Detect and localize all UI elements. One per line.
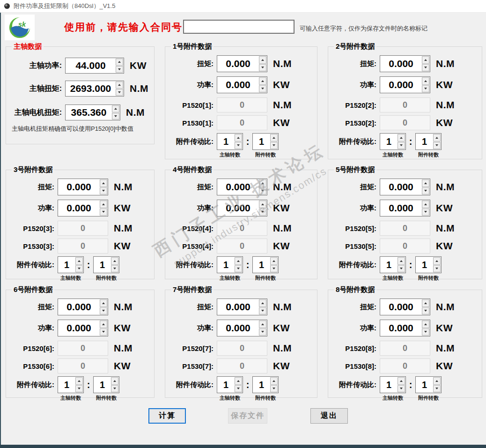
spin-up-button[interactable] <box>422 299 429 307</box>
spin-up-button[interactable] <box>270 134 278 142</box>
spin-up-button[interactable] <box>433 134 441 142</box>
spin-down-button[interactable] <box>100 209 107 216</box>
accessory-turns-input[interactable]: 1 <box>253 134 270 149</box>
spindle-turns-input[interactable]: 1 <box>381 134 397 149</box>
spin-up-button[interactable] <box>398 257 405 265</box>
spin-up-button[interactable] <box>259 56 266 64</box>
spin-down-button[interactable] <box>112 113 119 120</box>
spindle-turns-input[interactable]: 1 <box>59 257 75 272</box>
spin-up-button[interactable] <box>422 201 429 208</box>
spindle-turns-input[interactable]: 1 <box>59 377 75 392</box>
spin-up-button[interactable] <box>259 179 266 187</box>
spin-down-button[interactable] <box>259 307 266 315</box>
accessory-turns-input[interactable]: 1 <box>253 257 270 272</box>
spin-down-button[interactable] <box>116 89 123 96</box>
contract-number-input[interactable] <box>183 20 295 34</box>
spin-down-button[interactable] <box>433 265 441 273</box>
spin-down-button[interactable] <box>422 209 429 216</box>
spin-down-button[interactable] <box>259 64 266 72</box>
torque-input[interactable]: 0.000 <box>218 179 258 194</box>
power-input[interactable]: 0.000 <box>381 201 421 216</box>
spindle-turns-input[interactable]: 1 <box>381 257 397 272</box>
exit-button[interactable]: 退出 <box>310 408 348 424</box>
spin-down-button[interactable] <box>259 187 266 195</box>
power-input[interactable]: 0.000 <box>218 201 258 216</box>
accessory-turns-input[interactable]: 1 <box>416 257 433 272</box>
spin-down-button[interactable] <box>75 385 83 393</box>
spin-up-button[interactable] <box>116 59 123 66</box>
spindle-turns-input[interactable]: 1 <box>218 134 234 149</box>
spin-up-button[interactable] <box>259 77 266 85</box>
spin-down-button[interactable] <box>433 385 441 393</box>
spin-down-button[interactable] <box>235 142 242 149</box>
spin-up-button[interactable] <box>422 56 429 64</box>
spin-up-button[interactable] <box>116 82 123 89</box>
spin-up-button[interactable] <box>398 134 405 142</box>
spin-down-button[interactable] <box>398 142 405 149</box>
spin-up-button[interactable] <box>433 377 441 385</box>
spin-down-button[interactable] <box>422 85 429 93</box>
spin-up-button[interactable] <box>259 321 266 328</box>
spin-up-button[interactable] <box>100 201 107 208</box>
spin-up-button[interactable] <box>270 377 278 385</box>
spin-up-button[interactable] <box>270 257 278 265</box>
spin-down-button[interactable] <box>433 142 441 149</box>
accessory-turns-input[interactable]: 1 <box>94 377 110 392</box>
spin-up-button[interactable] <box>111 257 118 265</box>
power-input[interactable]: 0.000 <box>381 77 421 92</box>
torque-input[interactable]: 0.000 <box>381 56 421 71</box>
torque-input[interactable]: 0.000 <box>381 179 421 194</box>
spin-up-button[interactable] <box>100 321 107 328</box>
accessory-turns-input[interactable]: 1 <box>416 377 433 392</box>
spin-up-button[interactable] <box>422 321 429 328</box>
spin-down-button[interactable] <box>100 187 107 195</box>
spindle-turns-input[interactable]: 1 <box>218 257 234 272</box>
spin-down-button[interactable] <box>111 385 118 393</box>
torque-input[interactable]: 0.000 <box>218 56 258 71</box>
torque-input[interactable]: 0.000 <box>381 299 421 314</box>
spin-down-button[interactable] <box>422 64 429 72</box>
spin-down-button[interactable] <box>235 385 242 393</box>
spin-up-button[interactable] <box>235 257 242 265</box>
spin-up-button[interactable] <box>398 377 405 385</box>
power-input[interactable]: 0.000 <box>381 321 421 336</box>
spin-down-button[interactable] <box>422 187 429 195</box>
spin-down-button[interactable] <box>116 66 123 73</box>
spin-down-button[interactable] <box>111 265 118 273</box>
spin-down-button[interactable] <box>398 265 405 273</box>
power-input[interactable]: 0.000 <box>59 321 99 336</box>
spin-down-button[interactable] <box>259 329 266 336</box>
spin-down-button[interactable] <box>100 329 107 336</box>
spindle-torque-input[interactable]: 2693.000 <box>66 82 115 96</box>
torque-input[interactable]: 0.000 <box>59 179 99 194</box>
spin-up-button[interactable] <box>433 257 441 265</box>
spin-down-button[interactable] <box>398 385 405 393</box>
save-file-button[interactable]: 保存文件 <box>228 408 267 424</box>
spin-down-button[interactable] <box>270 385 278 393</box>
spin-up-button[interactable] <box>100 179 107 187</box>
power-input[interactable]: 0.000 <box>218 77 258 92</box>
spin-down-button[interactable] <box>422 307 429 315</box>
spin-up-button[interactable] <box>111 377 118 385</box>
spin-up-button[interactable] <box>100 299 107 307</box>
spin-up-button[interactable] <box>259 201 266 208</box>
spin-up-button[interactable] <box>112 105 119 112</box>
power-input[interactable]: 0.000 <box>59 201 99 216</box>
spindle-power-input[interactable]: 44.000 <box>66 59 115 73</box>
calculate-button[interactable]: 计算 <box>148 408 186 424</box>
accessory-turns-input[interactable]: 1 <box>94 257 110 272</box>
spin-up-button[interactable] <box>259 299 266 307</box>
torque-input[interactable]: 0.000 <box>59 299 99 314</box>
torque-input[interactable]: 0.000 <box>218 299 258 314</box>
spindle-turns-input[interactable]: 1 <box>381 377 397 392</box>
spin-up-button[interactable] <box>422 77 429 85</box>
spin-down-button[interactable] <box>422 329 429 336</box>
spin-down-button[interactable] <box>75 265 83 273</box>
motor-torque-input[interactable]: 365.360 <box>66 105 111 119</box>
spin-up-button[interactable] <box>75 257 83 265</box>
accessory-turns-input[interactable]: 1 <box>416 134 433 149</box>
accessory-turns-input[interactable]: 1 <box>253 377 270 392</box>
spin-down-button[interactable] <box>270 142 278 149</box>
spin-down-button[interactable] <box>270 265 278 273</box>
spin-up-button[interactable] <box>235 134 242 142</box>
